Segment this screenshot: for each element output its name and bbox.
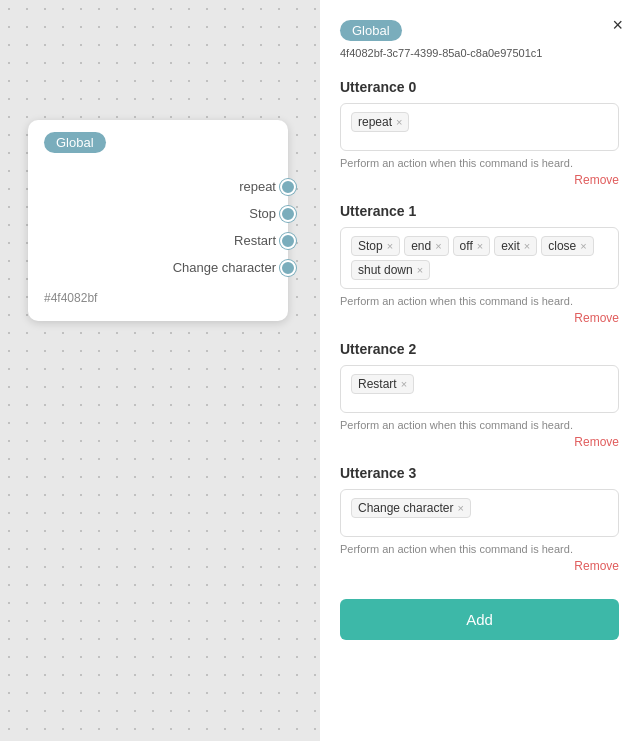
tag-off-remove[interactable]: × bbox=[477, 241, 483, 252]
utterance-3-section: Utterance 3 Change character × Perform a… bbox=[340, 465, 619, 573]
node-dot-restart[interactable] bbox=[280, 233, 296, 249]
tag-change-character-text: Change character bbox=[358, 501, 453, 515]
tag-stop: Stop × bbox=[351, 236, 400, 256]
node-row-change-character: Change character bbox=[28, 254, 288, 281]
utterance-1-title: Utterance 1 bbox=[340, 203, 619, 219]
utterance-2-remove[interactable]: Remove bbox=[340, 435, 619, 449]
tag-restart: Restart × bbox=[351, 374, 414, 394]
node-global-badge: Global bbox=[44, 132, 106, 153]
utterance-1-box[interactable]: Stop × end × off × exit × close × shut d… bbox=[340, 227, 619, 289]
tag-exit-text: exit bbox=[501, 239, 520, 253]
utterance-1-remove[interactable]: Remove bbox=[340, 311, 619, 325]
tag-exit-remove[interactable]: × bbox=[524, 241, 530, 252]
node-rows: repeat Stop Restart Change character bbox=[28, 173, 288, 281]
node-label-stop: Stop bbox=[249, 206, 276, 221]
tag-stop-remove[interactable]: × bbox=[387, 241, 393, 252]
tag-close: close × bbox=[541, 236, 593, 256]
utterance-3-hint: Perform an action when this command is h… bbox=[340, 543, 619, 555]
tag-exit: exit × bbox=[494, 236, 537, 256]
tag-restart-text: Restart bbox=[358, 377, 397, 391]
tag-off: off × bbox=[453, 236, 491, 256]
tag-end-remove[interactable]: × bbox=[435, 241, 441, 252]
tag-repeat-text: repeat bbox=[358, 115, 392, 129]
tag-change-character-remove[interactable]: × bbox=[457, 503, 463, 514]
panel-uuid: 4f4082bf-3c77-4399-85a0-c8a0e97501c1 bbox=[340, 47, 619, 59]
utterance-0-remove[interactable]: Remove bbox=[340, 173, 619, 187]
utterance-1-hint: Perform an action when this command is h… bbox=[340, 295, 619, 307]
tag-close-remove[interactable]: × bbox=[580, 241, 586, 252]
node-card: Global repeat Stop Restart Change charac… bbox=[28, 120, 288, 321]
node-id: #4f4082bf bbox=[28, 281, 288, 305]
utterance-3-remove[interactable]: Remove bbox=[340, 559, 619, 573]
utterance-2-hint: Perform an action when this command is h… bbox=[340, 419, 619, 431]
node-label-restart: Restart bbox=[234, 233, 276, 248]
tag-close-text: close bbox=[548, 239, 576, 253]
node-dot-repeat[interactable] bbox=[280, 179, 296, 195]
tag-stop-text: Stop bbox=[358, 239, 383, 253]
utterance-2-box[interactable]: Restart × bbox=[340, 365, 619, 413]
panel-global-badge: Global bbox=[340, 20, 402, 41]
node-label-change-character: Change character bbox=[173, 260, 276, 275]
utterance-1-section: Utterance 1 Stop × end × off × exit × cl… bbox=[340, 203, 619, 325]
utterance-0-title: Utterance 0 bbox=[340, 79, 619, 95]
utterance-0-section: Utterance 0 repeat × Perform an action w… bbox=[340, 79, 619, 187]
tag-shut-down-text: shut down bbox=[358, 263, 413, 277]
tag-shut-down: shut down × bbox=[351, 260, 430, 280]
utterance-0-hint: Perform an action when this command is h… bbox=[340, 157, 619, 169]
tag-repeat: repeat × bbox=[351, 112, 409, 132]
tag-repeat-remove[interactable]: × bbox=[396, 117, 402, 128]
node-header: Global bbox=[28, 120, 288, 165]
utterance-0-box[interactable]: repeat × bbox=[340, 103, 619, 151]
node-dot-change-character[interactable] bbox=[280, 260, 296, 276]
node-dot-stop[interactable] bbox=[280, 206, 296, 222]
node-row-repeat: repeat bbox=[28, 173, 288, 200]
tag-off-text: off bbox=[460, 239, 473, 253]
tag-restart-remove[interactable]: × bbox=[401, 379, 407, 390]
node-row-restart: Restart bbox=[28, 227, 288, 254]
tag-end-text: end bbox=[411, 239, 431, 253]
utterance-2-section: Utterance 2 Restart × Perform an action … bbox=[340, 341, 619, 449]
close-button[interactable]: × bbox=[612, 16, 623, 34]
utterance-3-box[interactable]: Change character × bbox=[340, 489, 619, 537]
tag-shut-down-remove[interactable]: × bbox=[417, 265, 423, 276]
tag-change-character: Change character × bbox=[351, 498, 471, 518]
left-panel: Global repeat Stop Restart Change charac… bbox=[0, 0, 320, 741]
utterance-3-title: Utterance 3 bbox=[340, 465, 619, 481]
right-panel: × Global 4f4082bf-3c77-4399-85a0-c8a0e97… bbox=[320, 0, 639, 741]
node-label-repeat: repeat bbox=[239, 179, 276, 194]
utterance-2-title: Utterance 2 bbox=[340, 341, 619, 357]
tag-end: end × bbox=[404, 236, 448, 256]
add-button[interactable]: Add bbox=[340, 599, 619, 640]
node-row-stop: Stop bbox=[28, 200, 288, 227]
